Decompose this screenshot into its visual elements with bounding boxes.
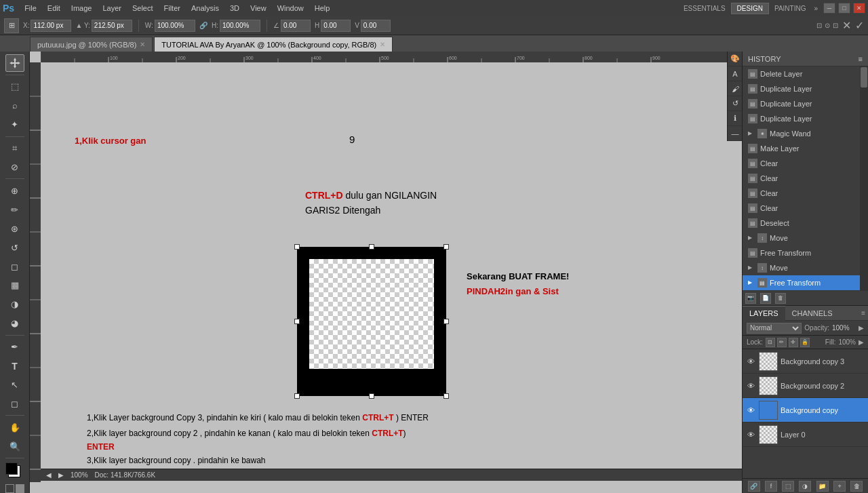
quick-mask-mode[interactable] [5, 484, 14, 493]
tab-layers[interactable]: LAYERS [743, 306, 785, 321]
history-item-7[interactable]: ▤ Clear [743, 171, 860, 186]
layers-panel-menu[interactable]: ≡ [859, 309, 868, 317]
menu-analysis[interactable]: Analysis [186, 3, 224, 14]
standard-mode[interactable] [16, 484, 24, 493]
transform-handle-ml[interactable] [294, 319, 300, 324]
hskew-input[interactable] [321, 20, 351, 32]
lock-all-icon[interactable]: 🔒 [800, 338, 810, 347]
transform-options-icon[interactable]: ⊞ [4, 18, 19, 33]
fill-arrow[interactable]: ▶ [859, 338, 864, 346]
menu-file[interactable]: File [20, 3, 41, 14]
opacity-arrow[interactable]: ▶ [859, 324, 864, 332]
layer-eye-1[interactable]: 👁 [745, 380, 756, 391]
essentials-btn[interactable]: ESSENTIALS [679, 5, 730, 12]
menu-edit[interactable]: Edit [43, 3, 65, 14]
stamp-tool[interactable]: ⊛ [5, 220, 24, 237]
crop-tool[interactable]: ⌗ [5, 140, 24, 157]
history-item-4[interactable]: ▶ ⁕ Magic Wand [743, 126, 860, 141]
tab-close-tutorial[interactable]: ✕ [380, 41, 385, 48]
menu-help[interactable]: Help [310, 3, 335, 14]
blur-tool[interactable]: ◑ [5, 296, 24, 313]
eyedropper-tool[interactable]: ⊘ [5, 159, 24, 176]
zoom-tool[interactable]: 🔍 [5, 437, 24, 455]
heal-tool[interactable]: ⊕ [5, 182, 24, 199]
marquee-tool[interactable]: ⬚ [5, 78, 24, 96]
layer-eye-2[interactable]: 👁 [745, 405, 756, 416]
history-icon[interactable]: ↺ [728, 96, 742, 111]
text-icon[interactable]: A [728, 66, 742, 81]
canvas-content[interactable]: 9 1,Klik cursor gan CTRL+D dulu gan NGIL… [41, 62, 742, 481]
layer-eye-3[interactable]: 👁 [745, 429, 756, 440]
menu-3d[interactable]: 3D [225, 3, 244, 14]
tab-tutorial[interactable]: TUTORIAL AVA By AryanAK @ 100% (Backgrou… [154, 37, 393, 52]
menu-image[interactable]: Image [66, 3, 97, 14]
move-tool[interactable] [5, 54, 24, 72]
history-item-14[interactable]: ▶ ▤ Free Transform [743, 275, 860, 290]
layer-eye-0[interactable]: 👁 [745, 356, 756, 367]
history-item-11[interactable]: ▶ ↕ Move [743, 231, 860, 245]
transform-handle-br[interactable] [443, 393, 449, 399]
transform-handle-tm[interactable] [369, 244, 374, 250]
angle-input[interactable] [281, 20, 311, 32]
hand-tool[interactable]: ✋ [5, 418, 24, 436]
layer-style-button[interactable]: f [765, 481, 777, 492]
more-workspaces-icon[interactable]: » [811, 5, 821, 12]
delete-history-button[interactable]: 🗑 [775, 293, 786, 304]
lock-transparent-icon[interactable]: ⊡ [766, 338, 775, 347]
transform-handle-tl[interactable] [294, 244, 300, 250]
transform-handle-bl[interactable] [294, 393, 300, 399]
layer-list[interactable]: 👁 Background copy 3 👁 Background copy 2 … [743, 349, 868, 478]
history-item-12[interactable]: ▤ Free Transform [743, 245, 860, 260]
pen-tool[interactable]: ✒ [5, 338, 24, 356]
history-brush-tool[interactable]: ↺ [5, 239, 24, 256]
layer-new-button[interactable]: + [833, 481, 846, 492]
brush-icon[interactable]: 🖌 [728, 81, 742, 96]
layer-item-0[interactable]: 👁 Background copy 3 [743, 349, 868, 374]
warp-icon[interactable]: ⊙ [825, 22, 830, 29]
history-item-9[interactable]: ▤ Clear [743, 201, 860, 216]
history-item-0[interactable]: ▤ Delete Layer [743, 66, 860, 81]
foreground-color[interactable] [5, 462, 18, 475]
history-item-8[interactable]: ▤ Clear [743, 186, 860, 201]
h-input[interactable] [220, 20, 260, 32]
lock-image-icon[interactable]: ✏ [777, 338, 787, 347]
commit-transform-button[interactable]: ✓ [855, 19, 864, 32]
layer-item-2[interactable]: 👁 Background copy [743, 398, 868, 422]
vskew-input[interactable] [361, 20, 391, 32]
history-item-5[interactable]: ▤ Make Layer [743, 141, 860, 156]
maximize-button[interactable]: □ [838, 3, 850, 14]
new-document-button[interactable]: 📄 [760, 293, 771, 304]
transform-handle-mr[interactable] [443, 319, 449, 324]
history-scroll-thumb[interactable] [861, 67, 867, 87]
design-btn[interactable]: DESIGN [731, 3, 769, 14]
palette-icon[interactable]: 🎨 [728, 52, 742, 66]
w-input[interactable] [155, 20, 195, 32]
transform-handle-tr[interactable] [443, 244, 449, 250]
canvas-area[interactable]: 100 200 300 400 500 600 700 [30, 52, 742, 493]
shape-tool[interactable]: ◻ [5, 395, 24, 412]
history-item-13[interactable]: ▶ ↕ Move [743, 260, 860, 275]
info-icon[interactable]: ℹ [728, 111, 742, 126]
snapshot-button[interactable]: 📷 [745, 293, 756, 304]
blend-mode-select[interactable]: Normal [747, 323, 802, 334]
menu-view[interactable]: View [245, 3, 271, 14]
magic-wand-tool[interactable]: ✦ [5, 116, 24, 134]
layer-mask-button[interactable]: ⬚ [782, 481, 794, 492]
menu-layer[interactable]: Layer [98, 3, 126, 14]
scroll-right-arrow[interactable]: ▶ [58, 471, 64, 479]
brush-tool[interactable]: ✏ [5, 201, 24, 218]
history-item-2[interactable]: ▤ Duplicate Layer [743, 96, 860, 111]
history-item-10[interactable]: ▤ Deselect [743, 216, 860, 231]
cancel-transform-button[interactable]: ✕ [842, 19, 851, 32]
layer-item-3[interactable]: 👁 Layer 0 [743, 422, 868, 447]
layer-adjustment-button[interactable]: ◑ [799, 481, 811, 492]
path-select-tool[interactable]: ↖ [5, 376, 24, 394]
eraser-tool[interactable]: ◻ [5, 258, 24, 275]
menu-select[interactable]: Select [127, 3, 158, 14]
layer-delete-button[interactable]: 🗑 [850, 481, 863, 492]
dodge-tool[interactable]: ◕ [5, 315, 24, 332]
menu-filter[interactable]: Filter [159, 3, 185, 14]
minimize-icon[interactable]: — [728, 126, 742, 141]
layer-group-button[interactable]: 📁 [816, 481, 829, 492]
y-input[interactable] [92, 20, 132, 32]
